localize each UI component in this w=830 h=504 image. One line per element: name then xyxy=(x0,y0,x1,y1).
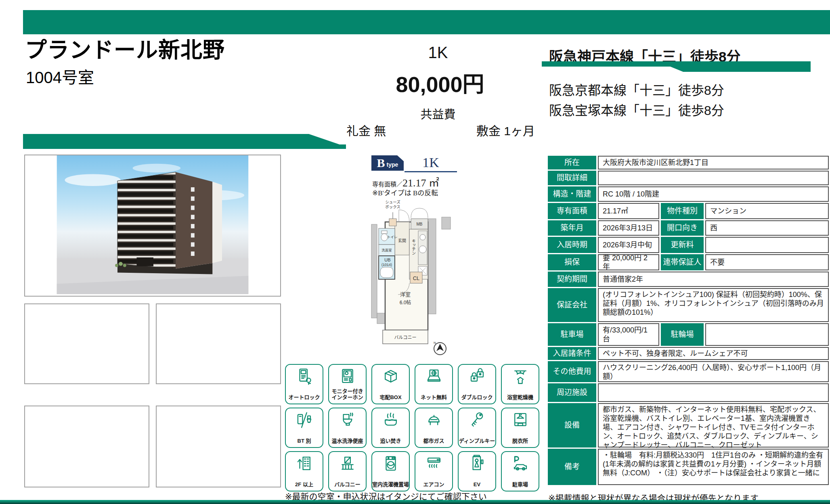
feature-tile-bathroom-dryer: 浴室乾燥機 xyxy=(501,364,539,404)
feature-tile-parking: 駐車場 xyxy=(501,451,539,491)
floorplan-type-badge: B type xyxy=(371,155,404,171)
room-size-label: 6.0帖 xyxy=(400,299,411,305)
area-label: 専有面積／ xyxy=(372,181,402,188)
photo-placeholder-3 xyxy=(24,406,149,487)
feature-tile-free-internet: ネット無料 xyxy=(415,364,453,404)
type-letter: B xyxy=(377,156,385,170)
table-row: 構造・階建RC 10階 / 10階建 xyxy=(548,186,829,202)
bathroom-dryer-icon xyxy=(511,367,530,386)
feature-tile-city-gas: 都市ガス xyxy=(415,408,453,448)
header-green-bar xyxy=(23,10,830,34)
washlet-icon xyxy=(338,411,357,429)
photo-placeholder-2 xyxy=(156,303,281,384)
access-line-2: 阪急京都本線「十三」徒歩8分 xyxy=(549,80,724,98)
bath-toilet-separate-icon xyxy=(295,411,314,429)
photo-placeholder-1 xyxy=(24,303,149,384)
floorplan-drawing: 玄関 MB シューズ ボックス トイレ 洗面室 UB (1014) キッチン C… xyxy=(371,196,458,358)
deposit: 敷金 1ヶ月 xyxy=(476,121,535,139)
feature-tile-bath-toilet-separate: BT 別 xyxy=(285,408,323,448)
feature-tile-dressing-room: 脱衣所 xyxy=(501,408,539,448)
free-internet-icon xyxy=(425,367,443,386)
delivery-box-icon xyxy=(381,367,400,386)
feature-icon-grid: オートロック モニター付き インターホン 宅配BOX ネット無料 ダブルロック … xyxy=(285,364,540,491)
building-rendering-image xyxy=(56,155,249,294)
table-row: 入居諸条件ペット不可、独身者限定、ルームシェア不可 xyxy=(548,347,829,360)
dimple-key-icon xyxy=(468,411,486,429)
balcony-icon xyxy=(338,454,357,473)
feature-tile-double-lock: ダブルロック xyxy=(458,364,496,404)
feature-tile-air-conditioner: エアコン xyxy=(415,451,453,491)
ub-label-2: (1014) xyxy=(381,263,392,267)
table-row: 備考・駐輪場 有料:月額税込330円 1住戸1台のみ ・短期解約違約金有(1年未… xyxy=(548,449,829,485)
table-row: 築年月2026年3月13日開口向き西 xyxy=(548,220,829,236)
feature-tile-reheating-bath: 追い焚き xyxy=(371,408,410,448)
senmen-label: 洗面室 xyxy=(381,248,392,252)
table-row: 専有面積21.17㎡物件種別マンション xyxy=(548,203,829,219)
second-green-band xyxy=(23,134,346,149)
genkan-label: 玄関 xyxy=(398,238,406,243)
feature-tile-monitor-intercom: モニター付き インターホン xyxy=(328,364,367,404)
type-word: type xyxy=(387,161,398,168)
feature-tile-delivery-box: 宅配BOX xyxy=(371,364,410,404)
footer-green-bar xyxy=(0,500,830,504)
mb-label: MB xyxy=(417,222,423,226)
access-line-3: 阪急宝塚本線「十三」徒歩8分 xyxy=(549,100,724,119)
double-lock-icon xyxy=(468,367,486,386)
table-row: その他費用ハウスクリーニング26,400円（入居時）、安心サポート1,100円（… xyxy=(548,361,829,382)
floorplan-underline xyxy=(405,171,457,172)
table-row: 損保要 20,000円 2年連帯保証人不要 xyxy=(548,254,829,270)
room-label: 洋室 xyxy=(400,291,411,297)
reheating-bath-icon xyxy=(381,411,400,429)
table-row: 間取詳細 xyxy=(548,171,829,185)
shoes-label-1: シューズ xyxy=(385,200,400,204)
city-gas-icon xyxy=(425,411,443,429)
second-floor-up-icon xyxy=(295,454,314,473)
dressing-room-icon xyxy=(511,411,530,429)
balcony-label: バルコニー xyxy=(394,335,417,340)
property-name: プランドール新北野 xyxy=(25,39,225,62)
feature-tile-balcony: バルコニー xyxy=(328,451,367,491)
ub-label-1: UB xyxy=(384,257,390,262)
feature-tile-washlet: 温水洗浄便座 xyxy=(328,408,367,448)
feature-tile-second-floor-up: 2F 以上 xyxy=(285,451,323,491)
table-row: 周辺施設 xyxy=(548,383,829,402)
kitchen-label: キッチン xyxy=(411,239,416,255)
table-row: 入居時期2026年3月中旬更新料 xyxy=(548,237,829,253)
autolock-icon xyxy=(295,367,314,386)
feature-tile-dimple-key: ディンプルキー xyxy=(458,408,496,448)
photo-placeholder-4 xyxy=(156,406,281,487)
parking-icon xyxy=(511,454,530,473)
toilet-label: トイレ xyxy=(387,235,398,239)
table-row: 保証会社(オリコフォレントインシュア100) 保証料（初回契約時）100%、保証… xyxy=(548,288,829,322)
floorplan-layout: 1K xyxy=(405,155,456,170)
feature-tile-autolock: オートロック xyxy=(285,364,323,404)
elevator-icon xyxy=(468,454,486,473)
indoor-washer-icon xyxy=(381,454,400,473)
common-fee-label: 共益費 xyxy=(388,105,488,122)
table-row: 所在大阪府大阪市淀川区新北野1丁目 xyxy=(548,156,829,169)
feature-tile-elevator: EV xyxy=(458,451,496,491)
table-row: 設備都市ガス、新築物件、インターネット使用料無料、宅配ボックス、浴室乾燥機、バス… xyxy=(548,403,829,448)
table-row: 契約期間普通借家2年 xyxy=(548,272,829,287)
building-photo-frame xyxy=(24,155,281,297)
key-money: 礼金 無 xyxy=(346,121,386,139)
access-underline-bar xyxy=(542,61,811,72)
layout-type: 1K xyxy=(388,44,488,62)
room-number: 1004号室 xyxy=(26,65,94,88)
air-conditioner-icon xyxy=(425,454,443,473)
monitor-intercom-icon xyxy=(338,367,357,386)
compass-n-label: N xyxy=(434,341,436,345)
cl-label: CL xyxy=(413,275,420,281)
shoes-label-2: ボックス xyxy=(385,205,400,209)
table-row: 駐車場有/33,000円/1台駐輪場 xyxy=(548,323,829,346)
property-detail-table: 所在大阪府大阪市淀川区新北野1丁目 間取詳細 構造・階建RC 10階 / 10階… xyxy=(548,156,829,485)
rent-amount: 80,000円 xyxy=(363,73,517,95)
feature-tile-indoor-washer: 室内洗濯機置場 xyxy=(371,451,410,491)
